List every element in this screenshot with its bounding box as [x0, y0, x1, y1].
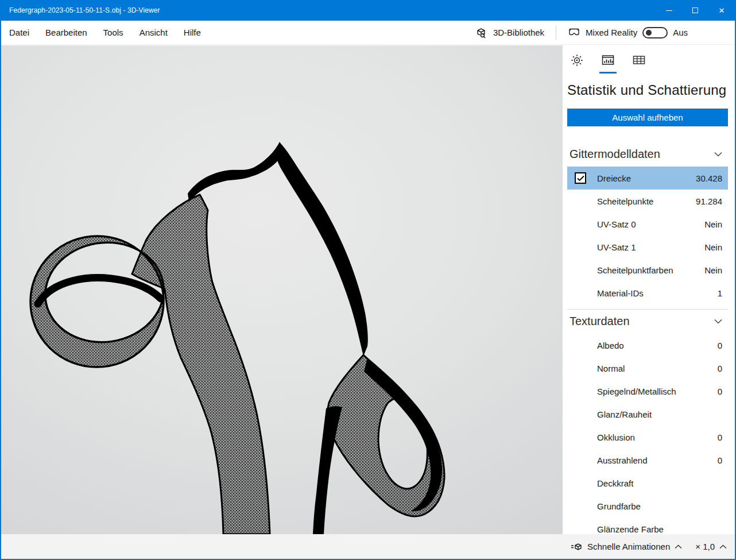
- 3d-library-label: 3D-Bibliothek: [493, 28, 544, 37]
- row-spiegelnd-metallisch[interactable]: Spiegelnd/Metallisch 0: [567, 380, 728, 403]
- chevron-up-icon: [719, 544, 727, 549]
- row-checkbox[interactable]: [575, 172, 586, 184]
- row-glaenzende-farbe[interactable]: Glänzende Farbe: [567, 517, 728, 534]
- panel-title: Statistik und Schattierung: [567, 82, 728, 98]
- panel-tabs: [567, 52, 728, 75]
- mixed-reality-icon: [568, 28, 580, 38]
- tab-wireframe[interactable]: [630, 52, 648, 74]
- row-normal[interactable]: Normal 0: [567, 357, 728, 380]
- row-albedo[interactable]: Albedo 0: [567, 334, 728, 357]
- check-icon: [577, 175, 584, 181]
- menu-hilfe[interactable]: Hilfe: [176, 21, 209, 45]
- sun-icon: [570, 53, 584, 67]
- row-material-ids[interactable]: Material-IDs 1: [567, 281, 728, 304]
- row-uv-satz-0[interactable]: UV-Satz 0 Nein: [567, 213, 728, 235]
- menu-bar: Datei Bearbeiten Tools Ansicht Hilfe 3D-…: [1, 21, 735, 45]
- 3d-model-wireframe: [1, 45, 563, 534]
- active-tab-underline: [599, 72, 617, 74]
- tab-lighting[interactable]: [568, 52, 586, 74]
- close-icon: ✕: [719, 7, 725, 14]
- animations-label: Schnelle Animationen: [587, 542, 670, 551]
- close-button[interactable]: ✕: [708, 0, 735, 21]
- model-top-band: [188, 142, 285, 202]
- window-titlebar: Federgraph-2023-05-11-50-11-S.obj - 3D-V…: [1, 0, 735, 21]
- 3d-viewport[interactable]: [1, 45, 563, 534]
- menu-right-cluster: 3D-Bibliothek Mixed Reality Aus: [475, 26, 735, 40]
- tab-statistics[interactable]: [599, 52, 617, 74]
- row-dreiecke[interactable]: Dreiecke 30.428: [567, 167, 728, 190]
- section-divider: [567, 309, 728, 310]
- tab-underline: [630, 72, 648, 74]
- deselect-button[interactable]: Auswahl aufheben: [567, 109, 728, 126]
- window-title: Federgraph-2023-05-11-50-11-S.obj - 3D-V…: [1, 6, 160, 14]
- row-deckkraft[interactable]: Deckkraft: [567, 472, 728, 495]
- chevron-up-icon: [675, 544, 682, 549]
- speed-label: × 1,0: [695, 542, 715, 551]
- main-area: Statistik und Schattierung Auswahl aufhe…: [1, 45, 735, 534]
- model-right-band: [275, 143, 368, 356]
- menu-bearbeiten[interactable]: Bearbeiten: [37, 21, 95, 45]
- minimize-icon: [666, 10, 672, 11]
- minimize-button[interactable]: [656, 0, 682, 21]
- texture-data-rows: Albedo 0 Normal 0 Spiegelnd/Metallisch 0…: [567, 334, 728, 534]
- menu-tools[interactable]: Tools: [95, 21, 131, 45]
- mixed-reality-toggle[interactable]: [642, 27, 668, 38]
- section-header-mesh[interactable]: Gittermodelldaten: [567, 144, 728, 164]
- chevron-down-icon: [714, 319, 722, 324]
- menu-datei[interactable]: Datei: [9, 21, 37, 45]
- mixed-reality-label: Mixed Reality: [586, 28, 637, 37]
- row-glanz-rauheit[interactable]: Glanz/Rauheit: [567, 403, 728, 426]
- mixed-reality-group: Mixed Reality Aus: [568, 27, 688, 38]
- maximize-icon: [692, 7, 698, 13]
- row-grundfarbe[interactable]: Grundfarbe: [567, 495, 728, 517]
- maximize-button[interactable]: [682, 0, 708, 21]
- bar-chart-icon: [601, 53, 615, 67]
- animation-speed-button[interactable]: Schnelle Animationen: [570, 541, 682, 553]
- menu-separator: [556, 26, 556, 40]
- grid-icon: [632, 53, 646, 67]
- caption-buttons: ✕: [656, 0, 735, 21]
- mesh-data-rows: Dreiecke 30.428 Scheitelpunkte 91.284 UV…: [567, 167, 728, 304]
- animation-cube-icon: [570, 541, 583, 553]
- menu-items: Datei Bearbeiten Tools Ansicht Hilfe: [1, 21, 209, 45]
- menu-ansicht[interactable]: Ansicht: [131, 21, 176, 45]
- model-center-band: [132, 195, 270, 534]
- row-okklusion[interactable]: Okklusion 0: [567, 426, 728, 449]
- status-bar: Schnelle Animationen × 1,0: [1, 534, 735, 560]
- status-right-cluster: Schnelle Animationen × 1,0: [570, 534, 727, 559]
- cube-library-icon: [475, 26, 488, 39]
- 3d-library-button[interactable]: 3D-Bibliothek: [475, 26, 544, 39]
- row-ausstrahlend[interactable]: Ausstrahlend 0: [567, 449, 728, 472]
- app-window: Federgraph-2023-05-11-50-11-S.obj - 3D-V…: [0, 0, 736, 560]
- mixed-reality-state: Aus: [673, 28, 688, 37]
- stats-panel: Statistik und Schattierung Auswahl aufhe…: [563, 45, 735, 534]
- row-scheitelpunktfarben[interactable]: Scheitelpunktfarben Nein: [567, 258, 728, 281]
- row-uv-satz-1[interactable]: UV-Satz 1 Nein: [567, 235, 728, 258]
- speed-control[interactable]: × 1,0: [695, 542, 727, 551]
- section-header-texture[interactable]: Texturdaten: [567, 311, 728, 331]
- model-thin-band: [313, 406, 342, 534]
- row-scheitelpunkte[interactable]: Scheitelpunkte 91.284: [567, 190, 728, 213]
- chevron-down-icon: [714, 152, 722, 157]
- toggle-knob: [646, 30, 652, 36]
- tab-underline: [568, 72, 586, 74]
